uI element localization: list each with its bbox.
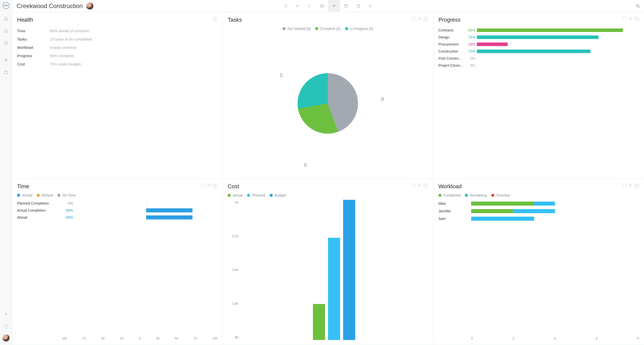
- time-label: Planned Completion: [17, 201, 61, 205]
- help-icon[interactable]: ?: [424, 17, 428, 21]
- donut-value: 8: [381, 96, 384, 102]
- expand-icon[interactable]: [412, 17, 416, 21]
- help-icon[interactable]: ?: [634, 183, 639, 188]
- svg-point-2: [6, 59, 7, 60]
- help-icon[interactable]: ?: [2, 322, 10, 330]
- chart-axis: 7K5.2K3.5K1.8K$0: [228, 200, 240, 340]
- axis-tick: 4: [554, 337, 556, 340]
- progress-label: Post Construct...: [438, 56, 464, 60]
- progress-row: Contracts90%: [438, 27, 639, 34]
- svg-rect-3: [4, 71, 8, 74]
- axis-tick: 5.2K: [232, 235, 238, 238]
- expand-icon[interactable]: [412, 183, 416, 188]
- workload-row: Sam: [438, 215, 639, 222]
- legend-label: Not Started (8): [288, 27, 311, 31]
- progress-pct: 19%: [465, 42, 475, 46]
- card-health: ? Health Time65% ahead of schedule.Tasks…: [12, 12, 223, 179]
- help-icon[interactable]: ?: [424, 183, 428, 188]
- app-logo[interactable]: PM: [3, 2, 10, 9]
- tasks-donut-chart: 8 5 5: [228, 33, 428, 174]
- workload-label: Jennifer: [438, 209, 469, 213]
- card-title: Health: [17, 17, 217, 23]
- workload-bar: [471, 202, 639, 206]
- legend-swatch: [345, 27, 348, 30]
- add-icon[interactable]: [2, 310, 10, 318]
- main-area: Creekwood Construction ? Health Time65% …: [12, 0, 644, 345]
- progress-row: Design75%: [438, 34, 639, 41]
- health-rows: Time65% ahead of schedule.Tasks13 tasks …: [17, 27, 217, 68]
- chart-legend: CompletedRemainingOverdue: [438, 193, 639, 197]
- axis-tick: 75: [82, 337, 86, 340]
- view-files-icon[interactable]: [352, 0, 364, 12]
- health-row: Progress65% complete.: [17, 52, 217, 60]
- chart-axis: 02468: [438, 337, 639, 340]
- help-icon[interactable]: ?: [213, 183, 217, 188]
- legend-item: Behind: [37, 193, 53, 197]
- people-icon[interactable]: [2, 56, 10, 64]
- card-title: Tasks: [228, 17, 428, 23]
- card-title: Progress: [438, 17, 639, 23]
- briefcase-icon[interactable]: [2, 68, 10, 76]
- legend-swatch: [57, 194, 60, 197]
- view-sheet-icon[interactable]: [316, 0, 328, 12]
- help-icon[interactable]: ?: [213, 17, 217, 21]
- legend-item: Remaining: [465, 193, 487, 197]
- workload-row: Mike: [438, 200, 639, 207]
- svg-point-11: [630, 185, 631, 186]
- user-avatar[interactable]: [3, 334, 10, 341]
- health-label: Workload: [17, 45, 50, 50]
- view-board-icon[interactable]: [292, 0, 304, 12]
- view-gantt-icon[interactable]: [304, 0, 316, 12]
- view-calendar-icon[interactable]: [340, 0, 352, 12]
- time-row: Actual Completion65%: [17, 207, 217, 214]
- time-label: Actual Completion: [17, 208, 61, 212]
- health-row: Time65% ahead of schedule.: [17, 27, 217, 35]
- donut-value: 5: [280, 72, 283, 78]
- legend-swatch: [270, 194, 273, 197]
- svg-point-7: [419, 18, 420, 19]
- time-row: Planned Completion0%: [17, 200, 217, 207]
- legend-label: Overdue: [496, 193, 510, 197]
- svg-point-8: [630, 18, 631, 19]
- axis-tick: $0: [235, 336, 238, 339]
- card-title: Cost: [228, 183, 428, 190]
- gear-icon[interactable]: [418, 183, 422, 188]
- expand-icon[interactable]: [622, 17, 626, 21]
- gear-icon[interactable]: [628, 17, 632, 21]
- expand-icon[interactable]: [201, 183, 205, 188]
- legend-item: On Time: [57, 193, 76, 197]
- axis-tick: 100: [62, 337, 67, 340]
- time-bar: [75, 201, 217, 205]
- legend-item: Ahead: [17, 193, 32, 197]
- project-avatar[interactable]: [86, 3, 93, 10]
- workload-bar: [471, 209, 639, 213]
- health-row: Cost75% under budget.: [17, 60, 217, 68]
- bell-icon[interactable]: [2, 27, 10, 35]
- expand-icon[interactable]: [622, 183, 626, 188]
- health-label: Progress: [17, 54, 50, 58]
- gear-icon[interactable]: [418, 17, 422, 21]
- view-list-icon[interactable]: [280, 0, 292, 12]
- search-icon[interactable]: [635, 4, 640, 9]
- view-add-icon[interactable]: [364, 0, 376, 12]
- help-icon[interactable]: ?: [634, 17, 639, 21]
- axis-tick: 0: [471, 337, 473, 340]
- home-icon[interactable]: [2, 15, 10, 23]
- clock-icon[interactable]: [2, 39, 10, 47]
- health-value: 0 tasks overdue.: [50, 45, 77, 50]
- time-label: Ahead: [17, 215, 61, 219]
- progress-row: Post Construct...0%: [438, 55, 639, 62]
- legend-label: On Time: [62, 193, 76, 197]
- gear-icon[interactable]: [628, 183, 632, 188]
- legend-label: Completed: [444, 193, 461, 197]
- view-dashboard-icon[interactable]: [328, 0, 340, 12]
- legend-item: Actual: [228, 193, 243, 197]
- workload-label: Sam: [438, 217, 469, 221]
- project-title: Creekwood Construction: [17, 3, 83, 10]
- card-title: Workload: [438, 183, 639, 190]
- time-bar: [75, 215, 217, 219]
- gear-icon[interactable]: [207, 183, 211, 188]
- progress-pct: 75%: [465, 35, 475, 39]
- legend-swatch: [228, 194, 231, 197]
- progress-row: Procurement19%: [438, 41, 639, 48]
